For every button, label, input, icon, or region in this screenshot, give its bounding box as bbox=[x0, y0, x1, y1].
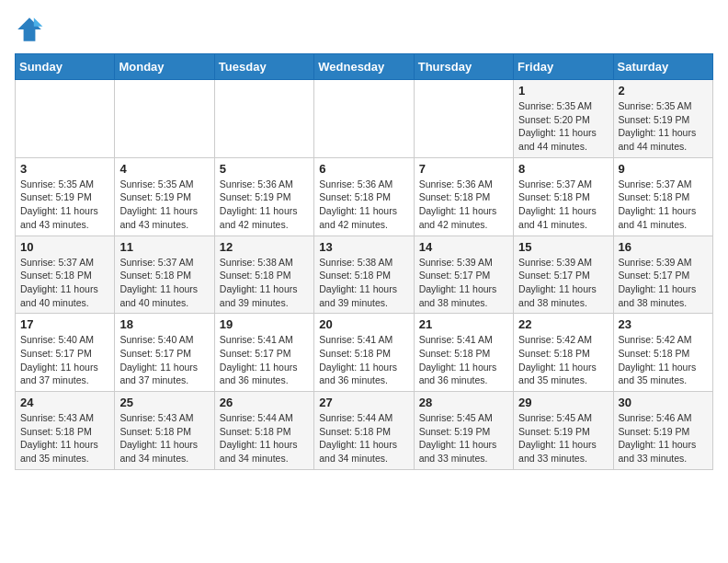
day-number: 23 bbox=[619, 317, 708, 331]
calendar-cell: 6Sunrise: 5:36 AM Sunset: 5:18 PM Daylig… bbox=[314, 157, 414, 236]
day-number: 17 bbox=[20, 317, 109, 331]
day-number: 13 bbox=[319, 240, 408, 254]
day-info: Sunrise: 5:38 AM Sunset: 5:18 PM Dayligh… bbox=[319, 256, 408, 310]
calendar-cell: 2Sunrise: 5:35 AM Sunset: 5:19 PM Daylig… bbox=[613, 80, 712, 158]
day-info: Sunrise: 5:36 AM Sunset: 5:18 PM Dayligh… bbox=[319, 178, 408, 232]
calendar-cell: 23Sunrise: 5:42 AM Sunset: 5:18 PM Dayli… bbox=[613, 314, 712, 392]
day-number: 7 bbox=[419, 162, 508, 176]
calendar-cell: 14Sunrise: 5:39 AM Sunset: 5:17 PM Dayli… bbox=[414, 236, 513, 314]
day-info: Sunrise: 5:44 AM Sunset: 5:18 PM Dayligh… bbox=[220, 411, 309, 465]
day-info: Sunrise: 5:37 AM Sunset: 5:18 PM Dayligh… bbox=[619, 178, 708, 232]
day-info: Sunrise: 5:35 AM Sunset: 5:19 PM Dayligh… bbox=[619, 99, 708, 154]
day-header-friday: Friday bbox=[514, 54, 613, 80]
day-info: Sunrise: 5:40 AM Sunset: 5:17 PM Dayligh… bbox=[119, 333, 209, 387]
calendar-cell bbox=[16, 80, 115, 158]
day-number: 16 bbox=[619, 240, 708, 254]
day-info: Sunrise: 5:37 AM Sunset: 5:18 PM Dayligh… bbox=[518, 178, 608, 232]
day-number: 11 bbox=[119, 240, 209, 254]
day-info: Sunrise: 5:36 AM Sunset: 5:19 PM Dayligh… bbox=[220, 178, 309, 232]
calendar-cell bbox=[314, 80, 414, 158]
calendar-cell: 29Sunrise: 5:45 AM Sunset: 5:19 PM Dayli… bbox=[514, 392, 613, 470]
calendar-cell bbox=[115, 80, 214, 158]
day-number: 8 bbox=[518, 162, 608, 176]
day-header-saturday: Saturday bbox=[613, 54, 712, 80]
day-info: Sunrise: 5:41 AM Sunset: 5:17 PM Dayligh… bbox=[220, 333, 309, 387]
day-info: Sunrise: 5:35 AM Sunset: 5:19 PM Dayligh… bbox=[20, 178, 109, 232]
calendar-cell: 22Sunrise: 5:42 AM Sunset: 5:18 PM Dayli… bbox=[514, 314, 613, 392]
day-info: Sunrise: 5:41 AM Sunset: 5:18 PM Dayligh… bbox=[319, 333, 408, 387]
day-number: 4 bbox=[119, 162, 209, 176]
calendar-cell: 7Sunrise: 5:36 AM Sunset: 5:18 PM Daylig… bbox=[414, 157, 513, 236]
calendar-cell: 12Sunrise: 5:38 AM Sunset: 5:18 PM Dayli… bbox=[214, 236, 313, 314]
day-info: Sunrise: 5:45 AM Sunset: 5:19 PM Dayligh… bbox=[518, 411, 608, 465]
day-number: 21 bbox=[419, 317, 508, 331]
day-number: 9 bbox=[619, 162, 708, 176]
day-number: 24 bbox=[20, 396, 109, 409]
day-info: Sunrise: 5:35 AM Sunset: 5:20 PM Dayligh… bbox=[518, 99, 608, 154]
day-info: Sunrise: 5:46 AM Sunset: 5:19 PM Dayligh… bbox=[619, 411, 708, 465]
day-number: 12 bbox=[220, 240, 309, 254]
calendar-cell: 15Sunrise: 5:39 AM Sunset: 5:17 PM Dayli… bbox=[514, 236, 613, 314]
calendar-cell: 8Sunrise: 5:37 AM Sunset: 5:18 PM Daylig… bbox=[514, 157, 613, 236]
day-number: 2 bbox=[619, 84, 708, 98]
header-row: SundayMondayTuesdayWednesdayThursdayFrid… bbox=[16, 54, 713, 80]
logo bbox=[15, 15, 48, 44]
calendar-cell: 3Sunrise: 5:35 AM Sunset: 5:19 PM Daylig… bbox=[16, 157, 115, 236]
week-row-5: 24Sunrise: 5:43 AM Sunset: 5:18 PM Dayli… bbox=[16, 392, 713, 470]
day-number: 10 bbox=[20, 240, 109, 254]
calendar-table: SundayMondayTuesdayWednesdayThursdayFrid… bbox=[15, 53, 713, 470]
day-number: 28 bbox=[419, 396, 508, 409]
week-row-2: 3Sunrise: 5:35 AM Sunset: 5:19 PM Daylig… bbox=[16, 157, 713, 236]
day-header-monday: Monday bbox=[115, 54, 214, 80]
calendar-cell: 4Sunrise: 5:35 AM Sunset: 5:19 PM Daylig… bbox=[115, 157, 214, 236]
day-number: 1 bbox=[518, 84, 608, 98]
calendar-cell: 19Sunrise: 5:41 AM Sunset: 5:17 PM Dayli… bbox=[214, 314, 313, 392]
calendar-cell: 24Sunrise: 5:43 AM Sunset: 5:18 PM Dayli… bbox=[16, 392, 115, 470]
day-number: 29 bbox=[518, 396, 608, 409]
calendar-cell: 16Sunrise: 5:39 AM Sunset: 5:17 PM Dayli… bbox=[613, 236, 712, 314]
day-number: 14 bbox=[419, 240, 508, 254]
calendar-cell: 17Sunrise: 5:40 AM Sunset: 5:17 PM Dayli… bbox=[16, 314, 115, 392]
calendar-header: SundayMondayTuesdayWednesdayThursdayFrid… bbox=[16, 54, 713, 80]
day-number: 3 bbox=[20, 162, 109, 176]
day-number: 6 bbox=[319, 162, 408, 176]
day-info: Sunrise: 5:44 AM Sunset: 5:18 PM Dayligh… bbox=[319, 411, 408, 465]
day-number: 18 bbox=[119, 317, 209, 331]
day-number: 30 bbox=[619, 396, 708, 409]
week-row-4: 17Sunrise: 5:40 AM Sunset: 5:17 PM Dayli… bbox=[16, 314, 713, 392]
day-info: Sunrise: 5:37 AM Sunset: 5:18 PM Dayligh… bbox=[20, 256, 109, 310]
day-info: Sunrise: 5:41 AM Sunset: 5:18 PM Dayligh… bbox=[419, 333, 508, 387]
svg-marker-0 bbox=[17, 17, 41, 41]
day-number: 25 bbox=[119, 396, 209, 409]
logo-icon bbox=[15, 15, 44, 44]
day-info: Sunrise: 5:39 AM Sunset: 5:17 PM Dayligh… bbox=[619, 256, 708, 310]
calendar-cell: 13Sunrise: 5:38 AM Sunset: 5:18 PM Dayli… bbox=[314, 236, 414, 314]
calendar-cell bbox=[214, 80, 313, 158]
week-row-3: 10Sunrise: 5:37 AM Sunset: 5:18 PM Dayli… bbox=[16, 236, 713, 314]
calendar-cell: 28Sunrise: 5:45 AM Sunset: 5:19 PM Dayli… bbox=[414, 392, 513, 470]
day-info: Sunrise: 5:43 AM Sunset: 5:18 PM Dayligh… bbox=[119, 411, 209, 465]
calendar-cell: 10Sunrise: 5:37 AM Sunset: 5:18 PM Dayli… bbox=[16, 236, 115, 314]
day-info: Sunrise: 5:37 AM Sunset: 5:18 PM Dayligh… bbox=[119, 256, 209, 310]
day-number: 20 bbox=[319, 317, 408, 331]
day-number: 26 bbox=[220, 396, 309, 409]
day-number: 22 bbox=[518, 317, 608, 331]
calendar-cell: 9Sunrise: 5:37 AM Sunset: 5:18 PM Daylig… bbox=[613, 157, 712, 236]
day-number: 27 bbox=[319, 396, 408, 409]
calendar-cell: 21Sunrise: 5:41 AM Sunset: 5:18 PM Dayli… bbox=[414, 314, 513, 392]
day-number: 19 bbox=[220, 317, 309, 331]
day-info: Sunrise: 5:39 AM Sunset: 5:17 PM Dayligh… bbox=[419, 256, 508, 310]
svg-marker-1 bbox=[34, 17, 43, 27]
day-info: Sunrise: 5:45 AM Sunset: 5:19 PM Dayligh… bbox=[419, 411, 508, 465]
day-info: Sunrise: 5:38 AM Sunset: 5:18 PM Dayligh… bbox=[220, 256, 309, 310]
calendar-cell bbox=[414, 80, 513, 158]
calendar-body: 1Sunrise: 5:35 AM Sunset: 5:20 PM Daylig… bbox=[16, 80, 713, 470]
day-info: Sunrise: 5:42 AM Sunset: 5:18 PM Dayligh… bbox=[619, 333, 708, 387]
calendar-cell: 18Sunrise: 5:40 AM Sunset: 5:17 PM Dayli… bbox=[115, 314, 214, 392]
day-info: Sunrise: 5:42 AM Sunset: 5:18 PM Dayligh… bbox=[518, 333, 608, 387]
day-info: Sunrise: 5:39 AM Sunset: 5:17 PM Dayligh… bbox=[518, 256, 608, 310]
calendar-cell: 27Sunrise: 5:44 AM Sunset: 5:18 PM Dayli… bbox=[314, 392, 414, 470]
calendar-cell: 25Sunrise: 5:43 AM Sunset: 5:18 PM Dayli… bbox=[115, 392, 214, 470]
day-info: Sunrise: 5:35 AM Sunset: 5:19 PM Dayligh… bbox=[119, 178, 209, 232]
calendar-cell: 26Sunrise: 5:44 AM Sunset: 5:18 PM Dayli… bbox=[214, 392, 313, 470]
